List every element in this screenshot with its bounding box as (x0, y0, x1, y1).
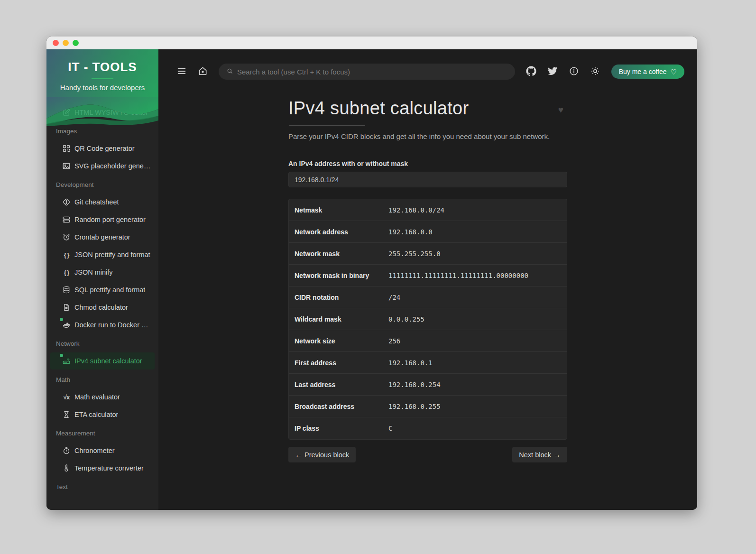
about-button[interactable] (569, 66, 579, 78)
home-button[interactable] (198, 66, 208, 77)
sidebar-section-network: Network (46, 339, 158, 349)
sidebar-item-svg-placeholder-gener[interactable]: SVG placeholder gener… (50, 157, 155, 175)
row-value: 192.168.0.254 (388, 381, 441, 388)
sidebar-item-sql-prettify-and-format[interactable]: SQL prettify and format (50, 281, 155, 298)
github-icon (526, 66, 536, 78)
sidebar-item-json-prettify-and-format[interactable]: { }JSON prettify and format (50, 246, 155, 263)
row-label: Network mask in binary (289, 272, 388, 279)
row-label: Wildcard mask (289, 315, 388, 323)
window-titlebar (46, 37, 697, 49)
table-row: Last address192.168.0.254 (289, 374, 567, 396)
subnet-info-table: Netmask192.168.0.0/24Network address192.… (288, 199, 567, 440)
sun-icon (590, 66, 600, 78)
ip-address-input[interactable] (288, 172, 567, 187)
table-row: Network size256 (289, 330, 567, 352)
sidebar-item-label: Random port generator (74, 216, 146, 223)
sidebar-item-label: IPv4 subnet calculator (74, 357, 142, 365)
sidebar-item-qr-code-generator[interactable]: QR Code generator (50, 140, 155, 157)
thermometer-icon (62, 464, 71, 472)
home-icon (198, 66, 208, 77)
sidebar-item-label: SQL prettify and format (74, 286, 145, 294)
braces-icon: { } (62, 250, 71, 259)
theme-toggle-button[interactable] (590, 66, 600, 78)
heart-outline-icon: ♡ (671, 68, 677, 75)
tool-description: Parse your IPv4 CIDR blocks and get all … (288, 132, 567, 140)
table-row: Broadcast address192.168.0.255 (289, 396, 567, 417)
table-row: Network mask in binary11111111.11111111.… (289, 265, 567, 286)
sidebar-item-label: Crontab generator (74, 233, 130, 241)
table-row: Network address192.168.0.0 (289, 221, 567, 243)
table-row: First address192.168.0.1 (289, 352, 567, 374)
docker-icon (62, 321, 71, 329)
topbar: Buy me a coffee ♡ (158, 49, 697, 94)
sidebar-item-ipv4-subnet-calculator[interactable]: IPv4 subnet calculator (50, 352, 155, 369)
table-row: Network mask255.255.255.0 (289, 243, 567, 265)
row-label: Netmask (289, 206, 388, 214)
row-label: Network address (289, 228, 388, 236)
desktop-background: IT - TOOLS Handy tools for developers (0, 0, 756, 554)
sidebar-item-crontab-generator[interactable]: Crontab generator (50, 229, 155, 246)
sidebar-item-label: SVG placeholder gener… (74, 162, 151, 170)
hamburger-menu-icon (176, 66, 187, 78)
menu-toggle-button[interactable] (176, 66, 187, 78)
row-value: 192.168.0.255 (388, 403, 441, 410)
github-link-button[interactable] (526, 66, 536, 78)
sidebar-item-eta-calculator[interactable]: ETA calculator (50, 406, 155, 423)
brand-divider (92, 78, 113, 79)
window-minimize-button[interactable] (63, 40, 69, 46)
twitter-link-button[interactable] (547, 66, 558, 78)
sidebar-item-html-wysiwyg-editor[interactable]: HTML WYSIWYG editor (50, 104, 155, 121)
favorite-heart-icon[interactable]: ♥ (558, 105, 563, 115)
sqrt-icon: √x (62, 393, 71, 401)
row-label: Network size (289, 337, 388, 345)
table-row: IP classC (289, 417, 567, 439)
sidebar-item-temperature-converter[interactable]: Temperature converter (50, 460, 155, 477)
alarm-clock-icon (62, 233, 71, 241)
sidebar-item-label: ETA calculator (74, 411, 118, 418)
row-value: 256 (388, 337, 400, 345)
row-value: 192.168.0.1 (388, 359, 433, 367)
sidebar-item-label: JSON minify (74, 268, 113, 276)
row-label: Last address (289, 381, 388, 388)
sidebar-item-git-cheatsheet[interactable]: Git cheatsheet (50, 194, 155, 211)
sidebar-section-text: Text (46, 482, 158, 492)
next-block-button[interactable]: Next block → (512, 447, 567, 462)
sidebar-item-label: Chronometer (74, 447, 115, 454)
row-value: 192.168.0.0/24 (388, 206, 444, 214)
sidebar-item-json-minify[interactable]: { }JSON minify (50, 264, 155, 281)
sidebar-item-chronometer[interactable]: Chronometer (50, 442, 155, 459)
info-icon (569, 66, 579, 78)
row-label: Broadcast address (289, 403, 388, 410)
new-tool-dot (60, 318, 63, 321)
app-subtitle: Handy tools for developers (46, 83, 158, 92)
hourglass-icon (62, 410, 71, 419)
row-value: 11111111.11111111.11111111.00000000 (388, 272, 528, 279)
sidebar-item-math-evaluator[interactable]: √xMath evaluator (50, 388, 155, 406)
left-arrow-icon: ← (295, 451, 302, 459)
window-zoom-button[interactable] (73, 40, 79, 46)
server-icon (62, 215, 71, 224)
previous-block-button[interactable]: ← Previous block (288, 447, 356, 462)
file-icon (62, 303, 71, 312)
sidebar-item-chmod-calculator[interactable]: Chmod calculator (50, 299, 155, 316)
page-title: IPv4 subnet calculator (288, 98, 567, 119)
sidebar-brand[interactable]: IT - TOOLS Handy tools for developers (46, 49, 158, 97)
table-row: Wildcard mask0.0.0.255 (289, 308, 567, 330)
window-close-button[interactable] (53, 40, 59, 46)
sidebar-item-docker-run-to-docker-c[interactable]: Docker run to Docker c… (50, 316, 155, 333)
sidebar-item-random-port-generator[interactable]: Random port generator (50, 211, 155, 228)
sidebar-section-images: Images (46, 127, 158, 136)
router-icon (62, 357, 71, 365)
tool-search-box[interactable] (219, 64, 515, 80)
sidebar-section-development: Development (46, 180, 158, 190)
image-icon (62, 162, 71, 170)
table-row: Netmask192.168.0.0/24 (289, 199, 567, 221)
buy-me-a-coffee-button[interactable]: Buy me a coffee ♡ (611, 65, 684, 79)
row-value: 0.0.0.255 (388, 315, 424, 323)
row-value: C (388, 425, 392, 432)
table-row: CIDR notation/24 (289, 286, 567, 308)
ip-input-label: An IPv4 address with or without mask (288, 160, 567, 167)
search-input[interactable] (237, 68, 507, 76)
row-label: Network mask (289, 250, 388, 258)
app-title: IT - TOOLS (46, 60, 158, 74)
